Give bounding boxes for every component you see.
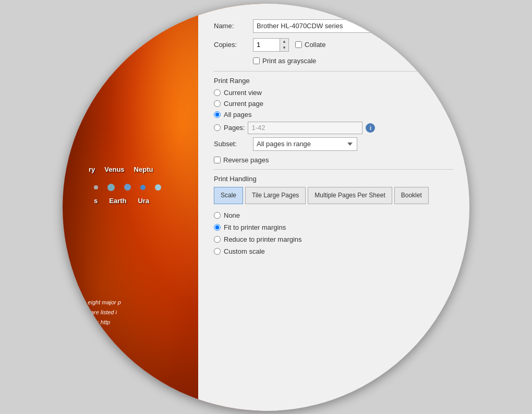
all-pages-row: All pages: [214, 111, 454, 119]
pages-label: Pages:: [224, 124, 245, 132]
planet-venus: [107, 184, 115, 191]
fit-printer-label: Fit to printer margins: [224, 223, 286, 231]
current-view-radio[interactable]: [214, 89, 221, 96]
print-handling-title: Print Handling: [214, 175, 454, 183]
reduce-printer-row: Reduce to printer margins: [214, 235, 454, 243]
none-label: None: [224, 211, 240, 219]
reverse-pages-text: Reverse pages: [223, 156, 269, 164]
grayscale-checkbox-label[interactable]: Reverse pages Print as grayscale: [253, 57, 316, 65]
spinner-buttons: ▲ ▼: [280, 39, 288, 51]
custom-scale-label: Custom scale: [224, 247, 265, 255]
printer-name-input[interactable]: [253, 19, 389, 33]
all-pages-label: All pages: [224, 111, 251, 119]
pages-row: Pages: i: [214, 122, 454, 134]
spinner-up[interactable]: ▲: [280, 39, 288, 45]
main-circle: Su ry Venus Neptu s Earth Ura the eight …: [63, 4, 469, 411]
subset-select[interactable]: All pages in range Even pages only Odd p…: [253, 137, 357, 151]
copies-row: Copies: ▲ ▼ Collate: [214, 38, 454, 52]
subset-label: Subset:: [214, 140, 253, 148]
copies-input[interactable]: [253, 39, 280, 51]
planet-labels-bottom: s Earth Ura: [94, 197, 149, 205]
reverse-pages-checkbox[interactable]: [214, 157, 221, 163]
planet-earth: [140, 185, 146, 190]
spinner-down[interactable]: ▼: [280, 45, 288, 51]
collate-checkbox[interactable]: [295, 41, 302, 48]
current-view-row: Current view: [214, 89, 454, 97]
collate-checkbox-label[interactable]: Collate: [295, 41, 325, 49]
divider-2: [214, 169, 454, 170]
booklet-button[interactable]: Booklet: [394, 187, 429, 205]
planet-uranus: [155, 184, 161, 191]
all-pages-radio[interactable]: [214, 111, 221, 118]
planet-circles: [94, 184, 161, 191]
label-ry: ry: [89, 165, 95, 173]
none-radio[interactable]: [214, 212, 221, 219]
custom-scale-row: Custom scale: [214, 247, 454, 255]
name-row: Name:: [214, 19, 454, 33]
print-range-title: Print Range: [214, 77, 454, 85]
scale-options: None Fit to printer margins Reduce to pr…: [214, 211, 454, 255]
tile-large-pages-button[interactable]: Tile Large Pages: [245, 187, 306, 205]
fit-printer-row: Fit to printer margins: [214, 223, 454, 231]
label-earth: Earth: [109, 197, 126, 205]
its-label: ITS: [78, 343, 89, 351]
current-page-row: Current page: [214, 100, 454, 108]
planet-neptune: [124, 184, 131, 191]
fit-printer-radio[interactable]: [214, 224, 221, 231]
label-neptu: Neptu: [134, 165, 153, 173]
current-page-label: Current page: [224, 100, 263, 108]
planet-small: [94, 185, 98, 190]
print-dialog: Name: Copies: ▲ ▼ Collate: [198, 4, 469, 411]
reduce-printer-radio[interactable]: [214, 236, 221, 243]
divider-1: [214, 71, 454, 72]
grayscale-checkbox[interactable]: [253, 57, 260, 64]
reduce-printer-label: Reduce to printer margins: [224, 235, 302, 243]
pages-radio[interactable]: [214, 124, 221, 131]
scale-button[interactable]: Scale: [214, 187, 243, 205]
name-label: Name:: [214, 22, 253, 30]
solar-bottom-text: the eight major peets are listed iSA/JPL…: [78, 298, 121, 327]
subset-row: Subset: All pages in range Even pages on…: [214, 137, 454, 151]
label-venus: Venus: [104, 165, 124, 173]
label-s: s: [94, 197, 98, 205]
current-view-label: Current view: [224, 89, 262, 97]
copies-spinner[interactable]: ▲ ▼: [253, 38, 289, 52]
none-row: None: [214, 211, 454, 219]
reverse-pages-label[interactable]: Reverse pages: [214, 156, 269, 164]
handling-buttons: Scale Tile Large Pages Multiple Pages Pe…: [214, 187, 454, 205]
collate-label: Collate: [305, 41, 325, 49]
pages-input[interactable]: [248, 122, 362, 134]
copies-label: Copies:: [214, 41, 253, 49]
grayscale-text: Print as grayscale: [262, 57, 316, 65]
planet-labels-top: ry Venus Neptu: [89, 165, 153, 173]
custom-scale-radio[interactable]: [214, 248, 221, 255]
grayscale-row: Reverse pages Print as grayscale: [214, 57, 454, 65]
info-icon[interactable]: i: [366, 123, 375, 133]
collate-area: Collate: [295, 41, 325, 49]
multiple-pages-per-sheet-button[interactable]: Multiple Pages Per Sheet: [308, 187, 392, 205]
label-ura: Ura: [138, 197, 149, 205]
reverse-pages-row: Reverse pages: [214, 156, 454, 164]
current-page-radio[interactable]: [214, 100, 221, 107]
